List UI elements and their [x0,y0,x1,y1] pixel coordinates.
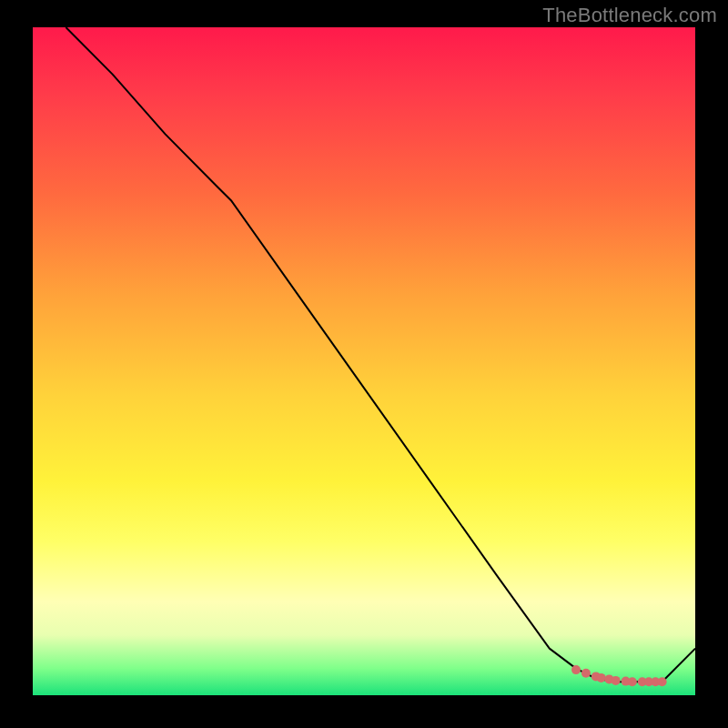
watermark-text: TheBottleneck.com [542,4,717,27]
gradient-plot-area [33,27,695,695]
chart-root: TheBottleneck.com [0,0,728,728]
